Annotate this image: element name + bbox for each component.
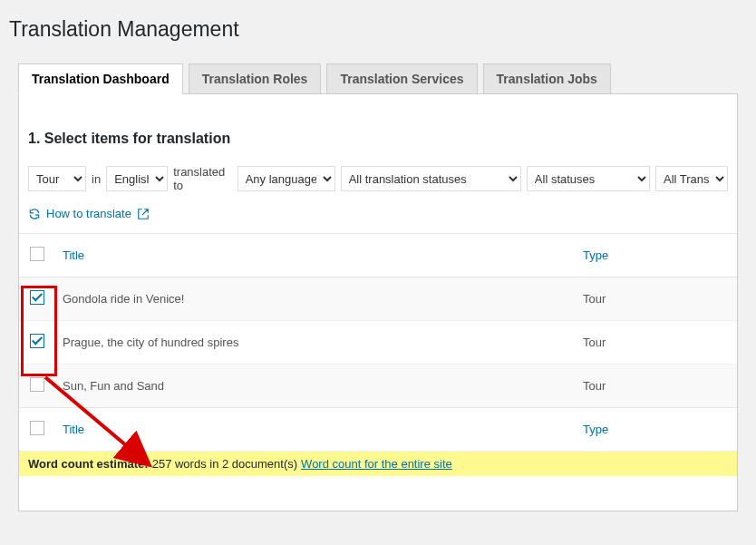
- label-in: in: [92, 172, 101, 186]
- word-count-value: 257 words in 2 document(s): [152, 457, 297, 471]
- tab-translation-dashboard[interactable]: Translation Dashboard: [18, 63, 183, 94]
- column-header-title[interactable]: Title: [53, 234, 574, 277]
- filter-translator[interactable]: All Transla: [655, 166, 728, 191]
- label-translated-to: translated to: [173, 165, 231, 192]
- word-count-bar: Word count estimate: 257 words in 2 docu…: [19, 451, 737, 476]
- row-type: Tour: [574, 321, 737, 365]
- select-all-checkbox[interactable]: [30, 247, 44, 261]
- row-title[interactable]: Sun, Fun and Sand: [53, 365, 574, 408]
- table-row: Gondola ride in Venice! Tour: [19, 277, 737, 321]
- tab-translation-services[interactable]: Translation Services: [326, 63, 477, 94]
- column-footer-type: Type: [574, 408, 737, 452]
- select-all-footer-checkbox[interactable]: [30, 421, 44, 435]
- word-count-site-link[interactable]: Word count for the entire site: [301, 457, 452, 471]
- external-link-icon: [137, 208, 150, 220]
- row-checkbox[interactable]: [30, 377, 44, 392]
- filter-source-language[interactable]: English: [106, 166, 168, 191]
- filter-publish-status[interactable]: All statuses: [527, 166, 650, 191]
- section-title: 1. Select items for translation: [28, 131, 728, 147]
- filter-translation-status[interactable]: All translation statuses: [341, 166, 521, 191]
- tab-translation-jobs[interactable]: Translation Jobs: [483, 63, 611, 94]
- how-to-label: How to translate: [46, 207, 131, 220]
- page-title: Translation Management: [9, 9, 738, 45]
- tab-translation-roles[interactable]: Translation Roles: [189, 63, 322, 94]
- annotation-highlight-box: [21, 286, 57, 376]
- column-footer-title[interactable]: Title: [53, 408, 574, 452]
- refresh-icon: [28, 208, 41, 220]
- how-to-translate-link[interactable]: How to translate: [28, 207, 728, 220]
- row-type: Tour: [574, 277, 737, 321]
- word-count-label: Word count estimate:: [28, 457, 149, 471]
- column-header-type: Type: [574, 234, 737, 277]
- filter-target-language[interactable]: Any language: [237, 166, 335, 191]
- row-type: Tour: [574, 365, 737, 408]
- table-row: Sun, Fun and Sand Tour: [19, 365, 737, 408]
- table-row: Prague, the city of hundred spires Tour: [19, 321, 737, 365]
- filter-post-type[interactable]: Tour: [28, 166, 86, 191]
- tabs: Translation Dashboard Translation Roles …: [18, 63, 738, 94]
- row-title[interactable]: Gondola ride in Venice!: [53, 277, 574, 321]
- filter-bar: Tour in English translated to Any langua…: [28, 165, 728, 192]
- items-table: Title Type Gondola ride in Venice! Tour …: [19, 233, 737, 452]
- content-box: 1. Select items for translation Tour in …: [18, 94, 738, 511]
- row-title[interactable]: Prague, the city of hundred spires: [53, 321, 574, 365]
